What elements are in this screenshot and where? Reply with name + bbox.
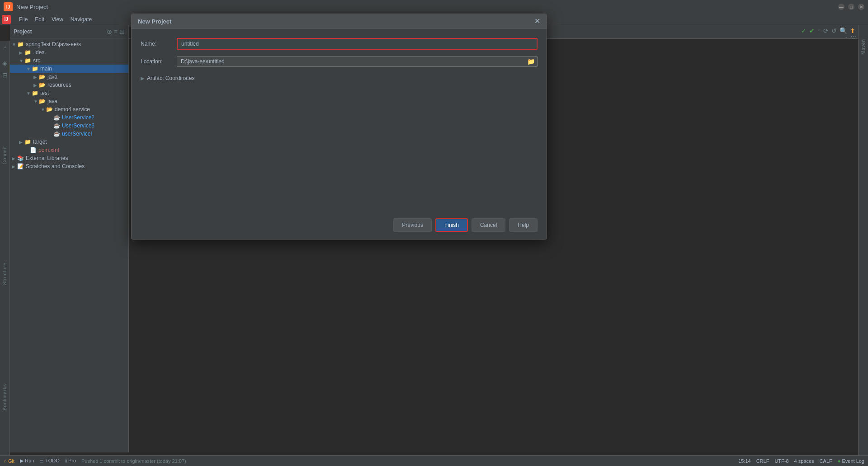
java-interface-icon: ☕ (53, 131, 60, 137)
window-controls: — □ ✕ (838, 4, 864, 10)
tree-label: .idea (33, 49, 45, 56)
close-button[interactable]: ✕ (858, 4, 864, 10)
status-pushed-message: Pushed 1 commit to origin/master (today … (81, 458, 186, 464)
tree-label-resources: resources (47, 82, 71, 88)
check-icon[interactable]: ✓ (801, 27, 807, 34)
tree-item-test-java[interactable]: ▼ 📂 java (10, 97, 128, 105)
history-icon[interactable]: ⟳ (823, 27, 829, 34)
artifact-coordinates-row[interactable]: ▶ Artifact Coordinates (141, 73, 538, 83)
status-right: 15:14 CRLF UTF-8 4 spaces CALF ● Event L… (738, 458, 864, 464)
tree-arrow: ▶ (19, 50, 24, 55)
tree-item-src[interactable]: ▼ 📁 src (10, 56, 128, 65)
undo-icon[interactable]: ↺ (831, 27, 837, 34)
checkmark-icon[interactable]: ✔ (809, 27, 815, 34)
app-logo: IJ (4, 2, 13, 11)
dialog-title: New Project (138, 18, 171, 25)
artifact-arrow-icon: ▶ (141, 75, 144, 81)
help-button[interactable]: Help (509, 218, 538, 232)
left-vtab-strip: ⑃ ◈ ⊟ Commit Structure Bookmarks (0, 41, 10, 455)
menu-navigate[interactable]: Navigate (67, 15, 95, 24)
java-class-icon: ☕ (53, 114, 60, 121)
status-run[interactable]: ▶ Run (20, 458, 34, 464)
tree-label-extlibs: External Libraries (26, 155, 68, 161)
tree-item-test[interactable]: ▼ 📁 test (10, 89, 128, 97)
tree-item-demo4-service[interactable]: ▼ 📂 demo4.service (10, 105, 128, 113)
status-left: ⑃ Git ▶ Run ☰ TODO ℹ Pro Pushed 1 commit… (4, 458, 186, 464)
structure-vtab-label[interactable]: Structure (2, 263, 7, 285)
menu-edit[interactable]: Edit (31, 15, 48, 24)
tree-label-usi: userServiceI (62, 131, 92, 137)
tree-item-main[interactable]: ▼ 📁 main (10, 65, 128, 73)
minimize-button[interactable]: — (838, 4, 844, 10)
status-calf[interactable]: CALF (820, 458, 832, 464)
tree-item-springtest[interactable]: ▼ 📁 springTest D:\java-ee\s (10, 40, 128, 48)
tree-item-target[interactable]: ▶ 📁 target (10, 138, 128, 146)
upload-icon[interactable]: ⬆ (850, 27, 855, 34)
new-project-dialog: New Project ✕ Name: Location: 📁 ▶ Artifa… (131, 14, 547, 240)
folder-main-icon: 📁 (32, 66, 38, 72)
tree-item-external-libs[interactable]: ▶ 📚 External Libraries (10, 154, 128, 162)
settings-icon[interactable]: ⊞ (119, 28, 125, 35)
tree-item-scratches[interactable]: ▶ 📝 Scratches and Consoles (10, 162, 128, 170)
tree-item-userservice2[interactable]: ▶ ☕ UserService2 (10, 113, 128, 122)
java-class-icon2: ☕ (53, 122, 60, 129)
collapse-all-icon[interactable]: ≡ (114, 28, 118, 35)
commit-vtab-label[interactable]: Commit (2, 146, 7, 164)
event-log[interactable]: ● Event Log (838, 458, 864, 464)
sync-icon[interactable]: ⊕ (107, 28, 112, 35)
tree-item-userservice3[interactable]: ▶ ☕ UserService3 (10, 122, 128, 130)
tree-label-main: main (40, 66, 52, 72)
folder-browse-icon[interactable]: 📁 (527, 58, 535, 65)
dialog-close-button[interactable]: ✕ (534, 18, 540, 25)
menu-file[interactable]: File (15, 15, 31, 24)
tree-arrow-extlibs: ▶ (12, 156, 17, 161)
status-pro[interactable]: ℹ Pro (65, 458, 76, 464)
status-todo[interactable]: ☰ TODO (39, 458, 59, 464)
folder-java-icon: 📂 (39, 74, 46, 80)
status-bar: ⑃ Git ▶ Run ☰ TODO ℹ Pro Pushed 1 commit… (0, 455, 868, 466)
name-input[interactable] (177, 38, 538, 50)
tree-arrow-src: ▼ (19, 58, 24, 63)
previous-button[interactable]: Previous (393, 218, 432, 232)
tree-item-idea[interactable]: ▶ 📁 .idea (10, 48, 128, 56)
sidebar-header: Project ⊕ ≡ ⊞ (10, 25, 128, 38)
name-label: Name: (141, 41, 177, 47)
title-bar: IJ New Project — □ ✕ (0, 0, 868, 14)
location-label: Location: (141, 58, 177, 65)
pom-icon: 📄 (30, 147, 37, 153)
tree-item-pom[interactable]: ▶ 📄 pom.xml (10, 146, 128, 154)
tree-item-userservicei[interactable]: ▶ ☕ userServiceI (10, 130, 128, 138)
tree-label-src: src (33, 57, 40, 64)
status-git[interactable]: ⑃ Git (4, 458, 14, 464)
folder-test-icon: 📁 (32, 90, 38, 96)
menu-view[interactable]: View (48, 15, 67, 24)
location-form-row: Location: 📁 (141, 56, 538, 67)
tree-label-test-java: java (47, 98, 57, 104)
tree-label-scratches: Scratches and Consoles (26, 163, 85, 169)
title-bar-text: New Project (16, 4, 48, 10)
finish-button[interactable]: Finish (435, 218, 468, 232)
status-crlf[interactable]: CRLF (756, 458, 769, 464)
bookmark-icon[interactable]: ⊟ (2, 71, 8, 79)
search-icon[interactable]: 🔍 (840, 27, 847, 34)
project-sidebar: Project ⊕ ≡ ⊞ ▼ 📁 springTest D:\java-ee\… (10, 25, 129, 452)
bookmarks-vtab-label[interactable]: Bookmarks (2, 384, 7, 410)
status-time: 15:14 (738, 458, 751, 464)
dialog-footer: Previous Finish Cancel Help (132, 213, 547, 239)
folder-icon: 📁 (17, 41, 24, 47)
status-spaces[interactable]: 4 spaces (794, 458, 814, 464)
tree-label-pom: pom.xml (38, 147, 59, 153)
maven-vtab-label[interactable]: Maven (861, 39, 866, 55)
tree-item-java[interactable]: ▶ 📂 java (10, 73, 128, 81)
git-icon[interactable]: ◈ (2, 60, 7, 67)
name-input-wrap (177, 38, 538, 50)
tree-arrow: ▼ (12, 42, 17, 47)
commit-icon[interactable]: ⑃ (3, 44, 7, 52)
location-input[interactable] (177, 56, 538, 67)
folder-src-icon: 📁 (24, 57, 31, 64)
maximize-button[interactable]: □ (848, 4, 854, 10)
tree-item-resources[interactable]: ▶ 📂 resources (10, 81, 128, 89)
cancel-button[interactable]: Cancel (472, 218, 505, 232)
status-encoding[interactable]: UTF-8 (774, 458, 788, 464)
arrow-up-icon[interactable]: ↑ (817, 27, 821, 34)
